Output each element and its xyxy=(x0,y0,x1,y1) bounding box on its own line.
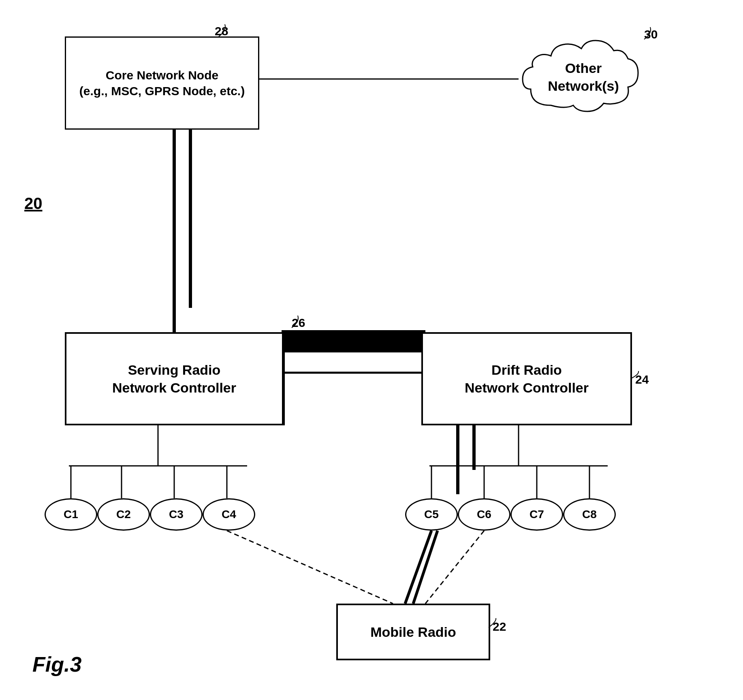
cell-c7: C7 xyxy=(510,498,563,531)
ref26-arrow xyxy=(284,314,308,330)
svg-rect-8 xyxy=(282,330,425,333)
ref22-arrow xyxy=(485,617,509,634)
ref24-arrow xyxy=(627,370,651,386)
other-networks-cloud: OtherNetwork(s) xyxy=(519,32,648,122)
mobile-radio-label: Mobile Radio xyxy=(370,623,456,641)
mobile-radio-box: Mobile Radio xyxy=(336,604,490,660)
svg-line-23 xyxy=(227,531,393,604)
cell-c8: C8 xyxy=(563,498,616,531)
serving-rnc-label: Serving RadioNetwork Controller xyxy=(112,361,236,397)
svg-line-24 xyxy=(425,531,484,604)
figure-label: Fig.3 xyxy=(32,652,81,677)
cell-c1: C1 xyxy=(45,498,97,531)
cell-c2: C2 xyxy=(97,498,150,531)
ref30-arrow xyxy=(636,25,660,41)
drift-rnc-box: Drift RadioNetwork Controller xyxy=(421,332,632,425)
svg-line-26 xyxy=(413,531,438,604)
system-ref-20: 20 xyxy=(24,194,43,213)
svg-line-25 xyxy=(405,531,431,604)
cell-c6: C6 xyxy=(458,498,510,531)
svg-rect-6 xyxy=(282,332,423,352)
diagram: Core Network Node(e.g., MSC, GPRS Node, … xyxy=(0,0,743,700)
core-network-node-box: Core Network Node(e.g., MSC, GPRS Node, … xyxy=(65,36,259,130)
drift-rnc-label: Drift RadioNetwork Controller xyxy=(465,361,589,397)
cell-c3: C3 xyxy=(150,498,203,531)
serving-rnc-box: Serving RadioNetwork Controller xyxy=(65,332,284,425)
ref28-arrow xyxy=(207,22,231,38)
cell-c4: C4 xyxy=(203,498,255,531)
cell-c5: C5 xyxy=(405,498,458,531)
other-networks-label: OtherNetwork(s) xyxy=(548,59,619,95)
core-network-label: Core Network Node(e.g., MSC, GPRS Node, … xyxy=(79,67,245,99)
